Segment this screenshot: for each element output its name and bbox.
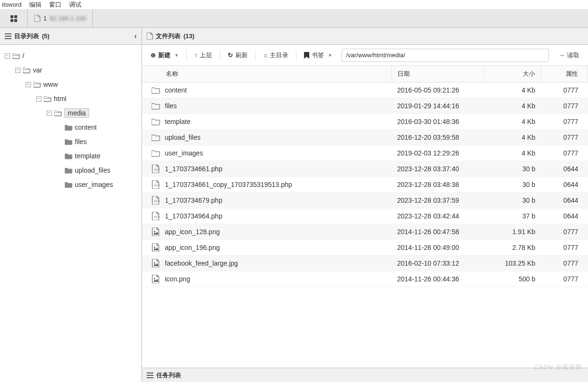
path-input[interactable]: [342, 49, 549, 62]
collapse-icon[interactable]: −: [5, 53, 10, 59]
col-size[interactable]: 大小: [484, 66, 541, 82]
file-date: 2023-12-28 03:48:38: [392, 177, 484, 193]
tree-node[interactable]: −var: [3, 63, 139, 77]
tree-label: /: [22, 52, 24, 60]
up-button[interactable]: ↑ 上层: [190, 48, 217, 62]
file-attr: 0777: [541, 145, 588, 161]
svg-rect-16: [147, 375, 153, 376]
file-panel-header: 文件列表 (13): [142, 28, 588, 45]
file-panel-title: 文件列表: [156, 32, 181, 41]
file-size: 30 b: [484, 193, 541, 208]
collapse-icon[interactable]: −: [26, 82, 31, 87]
col-date[interactable]: 日期: [392, 66, 484, 82]
caret-down-icon: ▼: [328, 53, 332, 58]
folder-icon: [65, 181, 72, 188]
table-row[interactable]: icon.png2014-11-26 00:44:36500 b0777: [142, 271, 588, 287]
folder-icon: [33, 81, 41, 88]
separator: [255, 50, 256, 61]
folder-icon: [152, 149, 160, 157]
table-row[interactable]: facebook_feed_large.jpg2016-02-10 07:33:…: [142, 256, 588, 271]
file-name: 1_1703734679.php: [165, 196, 223, 204]
refresh-icon: ↻: [228, 52, 233, 59]
dir-panel-header: 目录列表 (5) ‹: [0, 28, 142, 45]
collapse-left-icon[interactable]: ‹: [134, 32, 137, 41]
separator: [296, 50, 296, 61]
table-row[interactable]: </>1_1703734964.php2023-12-28 03:42:4437…: [142, 208, 588, 224]
file-date: 2014-11-26 00:44:36: [392, 271, 484, 287]
file-date: 2016-02-10 07:33:12: [392, 256, 484, 271]
file-size: 4 Kb: [484, 145, 541, 161]
svg-rect-5: [5, 36, 11, 37]
home-icon: ⌂: [264, 52, 267, 59]
svg-rect-3: [14, 19, 17, 22]
table-row[interactable]: upload_files2016-12-20 03:59:584 Kb0777: [142, 130, 588, 145]
sidebar: 目录列表 (5) ‹ −/−var−www−html−mediacontentf…: [0, 28, 142, 382]
file-date: 2023-12-28 03:37:59: [392, 193, 484, 208]
toolbar: ⊕ 新建 ▼ ↑ 上层 ↻ 刷新 ⌂ 主目录 书签 ▼: [142, 45, 588, 66]
list-icon: [147, 372, 153, 378]
menu-edit[interactable]: 编辑: [29, 0, 41, 9]
tree-node[interactable]: upload_files: [3, 163, 139, 177]
table-row[interactable]: app_icon_128.png2014-11-26 00:47:581.91 …: [142, 224, 588, 240]
table-row[interactable]: content2016-05-05 09:21:264 Kb0777: [142, 82, 588, 98]
tree-node[interactable]: content: [3, 120, 139, 134]
arrow-right-icon: →: [558, 52, 565, 59]
tab-session[interactable]: 1 92.168.1.100: [28, 10, 93, 27]
tree-label: html: [54, 95, 66, 103]
file-size: 4 Kb: [484, 82, 541, 98]
folder-icon: [44, 95, 51, 102]
table-row[interactable]: files2019-01-29 14:44:164 Kb0777: [142, 98, 588, 114]
tree-node[interactable]: −www: [3, 77, 139, 92]
folder-icon: [152, 117, 160, 126]
tree-node[interactable]: −media: [3, 106, 139, 120]
tree-node[interactable]: −html: [3, 92, 139, 106]
read-button[interactable]: → 读取: [554, 48, 584, 62]
table-row[interactable]: </>1_1703734661_copy_1703735319513.php20…: [142, 177, 588, 193]
new-label: 新建: [158, 51, 171, 60]
main-panel: 文件列表 (13) ⊕ 新建 ▼ ↑ 上层 ↻ 刷新 ⌂ 主目录: [142, 28, 588, 382]
dir-panel-count: (5): [42, 32, 50, 40]
file-attr: 0777: [541, 256, 588, 271]
tree-label: files: [75, 138, 87, 145]
tree-node[interactable]: template: [3, 149, 139, 163]
image-icon: [152, 227, 160, 236]
table-row[interactable]: user_images2019-02-03 12:29:264 Kb0777: [142, 145, 588, 161]
folder-icon: [65, 153, 72, 159]
file-date: 2019-01-29 14:44:16: [392, 98, 484, 114]
new-button[interactable]: ⊕ 新建 ▼: [146, 48, 183, 62]
collapse-icon[interactable]: −: [47, 111, 52, 116]
menu-window[interactable]: 窗口: [49, 0, 61, 9]
svg-point-12: [154, 247, 155, 248]
task-bar: 任务列表: [142, 368, 588, 382]
collapse-icon[interactable]: −: [15, 68, 20, 73]
table-row[interactable]: </>1_1703734679.php2023-12-28 03:37:5930…: [142, 193, 588, 208]
svg-point-13: [154, 262, 155, 264]
table-row[interactable]: app_icon_196.png2014-11-26 00:49:002.78 …: [142, 240, 588, 256]
svg-rect-2: [10, 19, 13, 22]
tree-node[interactable]: −/: [3, 49, 139, 63]
collapse-icon[interactable]: −: [36, 96, 41, 102]
file-name: 1_1703734964.php: [165, 212, 223, 220]
table-row[interactable]: </>1_1703734661.php2023-12-28 03:37:4030…: [142, 161, 588, 177]
list-icon: [5, 33, 11, 40]
col-name[interactable]: 名称: [142, 66, 392, 82]
file-size: 4 Kb: [484, 98, 541, 114]
menu-debug[interactable]: 调试: [69, 0, 81, 9]
refresh-button[interactable]: ↻ 刷新: [223, 48, 253, 62]
folder-icon: [54, 110, 62, 116]
folder-icon: [152, 86, 160, 94]
image-icon: [152, 259, 160, 268]
tab-home[interactable]: [0, 10, 28, 27]
tree-node[interactable]: user_images: [3, 177, 139, 192]
separator: [220, 50, 220, 61]
file-date: 2023-12-28 03:42:44: [392, 208, 484, 224]
home-button[interactable]: ⌂ 主目录: [259, 48, 293, 62]
arrow-up-icon: ↑: [194, 52, 198, 59]
image-icon: [152, 243, 160, 252]
tree-label: upload_files: [75, 166, 111, 174]
code-icon: </>: [152, 212, 160, 220]
tree-node[interactable]: files: [3, 134, 139, 149]
bookmark-button[interactable]: 书签 ▼: [299, 48, 337, 62]
table-row[interactable]: template2016-03-30 01:48:364 Kb0777: [142, 114, 588, 130]
col-attr[interactable]: 属性: [541, 66, 588, 82]
